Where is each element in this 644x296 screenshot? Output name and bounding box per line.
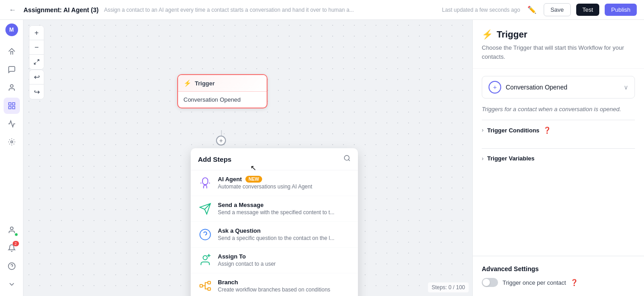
svg-rect-16 <box>200 285 202 287</box>
chevron-right-icon-2: › <box>482 155 484 162</box>
branch-icon <box>198 279 212 293</box>
ask-question-name: Ask a Question <box>218 227 351 234</box>
ai-agent-name: AI Agent NEW <box>218 176 351 183</box>
right-panel-title: ⚡ Trigger <box>482 29 635 40</box>
zoom-out-button[interactable]: − <box>29 40 44 55</box>
svg-point-9 <box>344 155 349 160</box>
sidebar-icon-contacts[interactable] <box>4 80 20 96</box>
advanced-settings-title: Advanced Settings <box>482 265 635 273</box>
save-button[interactable]: Save <box>544 3 571 16</box>
send-message-desc: Send a message with the specified conten… <box>218 209 351 216</box>
chevron-down-icon: ∨ <box>624 84 628 91</box>
add-steps-header: Add Steps <box>191 148 358 170</box>
svg-rect-18 <box>208 288 211 291</box>
svg-point-13 <box>203 256 207 260</box>
redo-button[interactable]: ↪ <box>29 85 44 99</box>
trigger-once-label: Trigger once per contact <box>503 279 566 286</box>
back-button[interactable]: ← <box>7 4 18 16</box>
trigger-variables-label: Trigger Variables <box>487 155 535 162</box>
canvas-area: + − ↩ ↪ ⚡ Trigger Conversation Opened + <box>24 20 472 296</box>
trigger-circle-icon: + <box>489 81 501 94</box>
send-message-icon <box>198 202 212 216</box>
ai-agent-content: AI Agent NEW Automate conversations usin… <box>218 176 351 190</box>
ask-question-desc: Send a specific question to the contact … <box>218 235 351 241</box>
trigger-note: Triggers for a contact when a conversati… <box>482 106 635 113</box>
step-item-ask-question[interactable]: Ask a Question Send a specific question … <box>191 222 358 248</box>
send-message-content: Send a Message Send a message with the s… <box>218 202 351 216</box>
undo-button[interactable]: ↩ <box>29 70 44 85</box>
right-panel: ⚡ Trigger Choose the Trigger that will s… <box>472 20 644 296</box>
assign-to-icon <box>198 253 212 268</box>
trigger-conditions-label: Trigger Conditions <box>487 127 540 134</box>
step-item-ai-agent[interactable]: AI Agent NEW Automate conversations usin… <box>191 170 358 196</box>
trigger-node[interactable]: ⚡ Trigger Conversation Opened <box>177 74 268 108</box>
step-item-assign-to[interactable]: Assign To Assign contact to a user <box>191 248 358 273</box>
right-panel-subtitle: Choose the Trigger that will start this … <box>482 43 635 61</box>
svg-point-11 <box>200 229 210 240</box>
step-item-send-message[interactable]: Send a Message Send a message with the s… <box>191 196 358 222</box>
add-steps-title: Add Steps <box>198 155 231 163</box>
trigger-conditions-section: › Trigger Conditions ❓ <box>482 120 635 134</box>
sidebar-icon-notifications[interactable]: 2 <box>4 240 20 256</box>
trigger-once-toggle[interactable] <box>482 278 498 287</box>
svg-rect-1 <box>9 103 11 105</box>
trigger-conditions-header[interactable]: › Trigger Conditions ❓ <box>482 127 635 134</box>
avatar: M <box>5 23 18 36</box>
branch-content: Branch Create workflow branches based on… <box>218 279 351 293</box>
publish-button[interactable]: Publish <box>605 4 637 16</box>
trigger-node-label: Trigger <box>195 80 215 87</box>
step-list: AI Agent NEW Automate conversations usin… <box>191 170 358 296</box>
advanced-settings: Advanced Settings Trigger once per conta… <box>473 256 644 296</box>
add-steps-panel: Add Steps AI Agent NEW <box>191 148 358 296</box>
conditions-help-icon: ❓ <box>543 127 551 134</box>
sidebar-icon-more[interactable] <box>4 276 20 292</box>
fit-view-button[interactable] <box>29 55 44 69</box>
ai-agent-new-badge: NEW <box>245 176 262 183</box>
zoom-in-button[interactable]: + <box>29 26 44 40</box>
trigger-node-header: ⚡ Trigger <box>178 75 267 92</box>
workflow-title: Assignment: AI Agent (3) <box>24 6 99 14</box>
sidebar-icon-workflows[interactable] <box>4 98 20 114</box>
workflow-subtitle: Assign a contact to an AI agent every ti… <box>104 7 437 13</box>
svg-rect-3 <box>12 107 14 109</box>
last-updated: Last updated a few seconds ago <box>442 7 520 13</box>
sidebar-icon-home[interactable] <box>4 43 20 60</box>
left-sidebar: M 2 <box>0 20 24 296</box>
trigger-node-body: Conversation Opened <box>178 92 267 108</box>
sidebar-icon-settings[interactable] <box>4 134 20 150</box>
svg-rect-2 <box>12 103 14 105</box>
step-item-branch[interactable]: Branch Create workflow branches based on… <box>191 273 358 296</box>
ask-question-content: Ask a Question Send a specific question … <box>218 227 351 241</box>
svg-point-6 <box>10 227 13 230</box>
trigger-selector[interactable]: + Conversation Opened ∨ <box>482 76 635 99</box>
sidebar-icon-user[interactable] <box>4 222 20 238</box>
ai-agent-icon <box>198 176 212 190</box>
svg-point-5 <box>10 141 13 143</box>
sidebar-icon-help[interactable] <box>4 258 20 274</box>
svg-point-0 <box>10 85 13 87</box>
undo-redo-controls: ↩ ↪ <box>29 70 44 99</box>
assign-to-desc: Assign contact to a user <box>218 261 351 267</box>
assign-to-content: Assign To Assign contact to a user <box>218 253 351 267</box>
sidebar-icon-conversations[interactable] <box>4 61 20 78</box>
right-panel-header: ⚡ Trigger Choose the Trigger that will s… <box>473 20 644 69</box>
trigger-node-icon: ⚡ <box>183 80 191 87</box>
topbar: ← Assignment: AI Agent (3) Assign a cont… <box>0 0 644 20</box>
edit-title-button[interactable]: ✏️ <box>526 4 538 16</box>
ai-agent-desc: Automate conversations using AI Agent <box>218 183 351 190</box>
trigger-title-icon: ⚡ <box>482 29 493 40</box>
chevron-right-icon: › <box>482 127 484 133</box>
steps-counter: Steps: 0 / 100 <box>428 282 469 292</box>
add-step-circle-button[interactable]: + <box>216 136 226 146</box>
branch-desc: Create workflow branches based on condit… <box>218 287 351 293</box>
sidebar-icon-reports[interactable] <box>4 116 20 132</box>
test-button[interactable]: Test <box>576 4 600 16</box>
ask-question-icon <box>198 227 212 242</box>
branch-name: Branch <box>218 279 351 286</box>
trigger-variables-section: › Trigger Variables <box>482 148 635 162</box>
trigger-variables-header[interactable]: › Trigger Variables <box>482 155 635 162</box>
add-steps-search-button[interactable] <box>343 155 351 164</box>
toggle-help-icon: ❓ <box>570 279 578 286</box>
trigger-selector-text: Conversation Opened <box>506 84 619 91</box>
trigger-node-content: Conversation Opened <box>183 96 240 103</box>
